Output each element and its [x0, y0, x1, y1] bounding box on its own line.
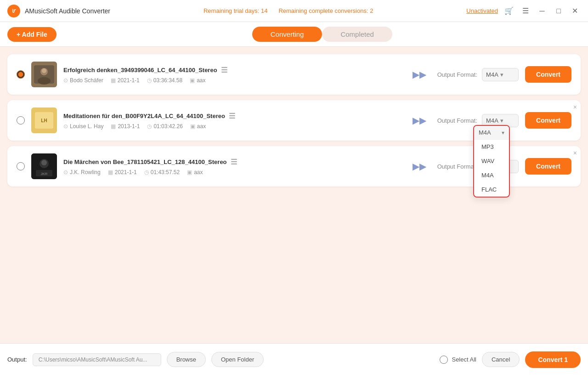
file-icon-3: ▣: [187, 169, 192, 175]
format-dropdown-overlay: M4A ▾ MP3 WAV M4A FLAC: [473, 125, 510, 198]
maximize-button[interactable]: □: [553, 6, 564, 17]
clock-icon-2: ◷: [147, 123, 152, 130]
file-icon-1: ▣: [190, 77, 195, 84]
list-icon-3: ☰: [231, 158, 237, 166]
unactivated-link[interactable]: Unactivated: [466, 7, 498, 14]
file-icon-2: ▣: [190, 123, 195, 130]
duration-meta-3: ◷ 01:43:57.52: [144, 169, 180, 175]
select-all-label: Select All: [452, 356, 476, 363]
close-card-3[interactable]: ×: [573, 150, 577, 156]
clock-icon-1: ◷: [147, 77, 152, 84]
list-icon-1: ☰: [221, 66, 227, 74]
svg-text:JKR: JKR: [40, 172, 47, 176]
trial-conversions: Remaining complete conversions: 2: [278, 7, 373, 14]
svg-point-11: [41, 160, 47, 165]
file-name-2: Meditationen für den_B00F9Y2L4A_LC_64_44…: [63, 112, 401, 120]
author-meta-3: ⊙ J.K. Rowling: [63, 169, 101, 175]
format-meta-1: ▣ aax: [190, 77, 205, 84]
open-folder-button[interactable]: Open Folder: [211, 352, 264, 367]
dropdown-header: M4A ▾: [474, 126, 509, 140]
format-meta-2: ▣ aax: [190, 123, 206, 130]
author-icon-3: ⊙: [63, 169, 68, 175]
minimize-button[interactable]: ─: [537, 6, 548, 17]
duration-meta-2: ◷ 01:03:42.26: [147, 123, 182, 130]
file-thumbnail-3: JKR: [31, 153, 57, 179]
file-name-1: Erfolgreich denken_3949399046_LC_64_4410…: [63, 66, 401, 74]
titlebar: AMusicSoft Audible Converter Remaining t…: [0, 0, 588, 22]
file-info-2: Meditationen für den_B00F9Y2L4A_LC_64_44…: [63, 112, 401, 130]
tab-completed[interactable]: Completed: [322, 27, 392, 42]
clock-icon-3: ◷: [144, 169, 149, 175]
file-meta-3: ⊙ J.K. Rowling ▦ 2021-1-1 ◷ 01:43:57.52 …: [63, 169, 401, 175]
calendar-icon-3: ▦: [108, 169, 113, 175]
output-path-label: Output:: [7, 356, 27, 363]
output-label-2: Output Format:: [437, 117, 477, 124]
cart-button[interactable]: 🛒: [503, 6, 514, 17]
app-title: AMusicSoft Audible Converter: [25, 7, 110, 15]
tab-group: Converting Completed: [252, 27, 392, 42]
add-file-button[interactable]: + Add File: [7, 27, 57, 42]
calendar-icon-2: ▦: [111, 123, 116, 130]
author-meta-2: ⊙ Louise L. Hay: [63, 123, 103, 130]
titlebar-right: Unactivated 🛒 ☰ ─ □ ✕: [466, 6, 581, 17]
dropdown-chevron-icon: ▾: [502, 130, 504, 136]
list-icon-2: ☰: [229, 112, 235, 120]
format-meta-3: ▣ aax: [187, 169, 203, 175]
close-button[interactable]: ✕: [570, 6, 581, 17]
arrow-icon-1: ▶▶: [413, 69, 426, 80]
file-info-3: Die Märchen von Bee_1781105421_LC_128_44…: [63, 158, 401, 175]
convert-all-button[interactable]: Convert 1: [525, 351, 581, 368]
svg-point-5: [42, 68, 46, 73]
svg-text:LH: LH: [41, 118, 47, 123]
file-thumbnail-2: LH: [31, 107, 57, 133]
svg-point-4: [38, 77, 51, 85]
file-radio-2[interactable]: [17, 116, 25, 124]
file-radio-3[interactable]: [17, 162, 25, 170]
date-meta-2: ▦ 2013-1-1: [111, 123, 140, 130]
arrow-icon-3: ▶▶: [413, 161, 426, 172]
dropdown-option-flac[interactable]: FLAC: [474, 182, 509, 197]
browse-button[interactable]: Browse: [167, 352, 206, 367]
select-all-radio[interactable]: [440, 356, 448, 364]
cancel-button[interactable]: Cancel: [482, 352, 520, 367]
file-info-1: Erfolgreich denken_3949399046_LC_64_4410…: [63, 66, 401, 84]
output-label-1: Output Format:: [437, 71, 477, 78]
bottom-bar: Output: C:\Users\micso\AMusicSoft\AMusic…: [0, 343, 588, 375]
date-meta-1: ▦ 2021-1-1: [111, 77, 140, 84]
titlebar-center: Remaining trial days: 14 Remaining compl…: [204, 7, 373, 14]
toolbar: + Add File Converting Completed: [0, 22, 588, 47]
format-area-1: Output Format: M4A ▾: [437, 68, 519, 81]
dropdown-current-value: M4A: [479, 129, 491, 136]
app-logo: [7, 5, 20, 17]
calendar-icon-1: ▦: [111, 77, 116, 84]
convert-button-2[interactable]: Convert: [525, 112, 571, 129]
file-meta-2: ⊙ Louise L. Hay ▦ 2013-1-1 ◷ 01:03:42.26…: [63, 123, 401, 130]
file-radio-1[interactable]: [17, 70, 25, 79]
output-path-value: C:\Users\micso\AMusicSoft\AMusicSoft Au.…: [33, 353, 161, 366]
dropdown-option-mp3[interactable]: MP3: [474, 140, 509, 154]
date-meta-3: ▦ 2021-1-1: [108, 169, 137, 175]
file-meta-1: ⊙ Bodo Schäfer ▦ 2021-1-1 ◷ 03:36:34.58 …: [63, 77, 401, 84]
titlebar-left: AMusicSoft Audible Converter: [7, 5, 110, 17]
chevron-down-icon-2: ▾: [500, 117, 503, 124]
author-icon-2: ⊙: [63, 123, 68, 130]
format-dropdown-btn-1[interactable]: M4A ▾: [482, 68, 519, 81]
duration-meta-1: ◷ 03:36:34.58: [147, 77, 182, 84]
author-meta-1: ⊙ Bodo Schäfer: [63, 77, 103, 84]
file-card: Erfolgreich denken_3949399046_LC_64_4410…: [7, 54, 581, 95]
dropdown-option-m4a[interactable]: M4A: [474, 168, 509, 182]
output-label-3: Output Format:: [437, 163, 477, 170]
author-icon-1: ⊙: [63, 77, 68, 84]
close-card-2[interactable]: ×: [573, 104, 577, 110]
convert-button-3[interactable]: Convert: [525, 158, 571, 175]
trial-days: Remaining trial days: 14: [204, 7, 267, 14]
tab-converting[interactable]: Converting: [252, 27, 322, 42]
file-name-3: Die Märchen von Bee_1781105421_LC_128_44…: [63, 158, 401, 166]
dropdown-option-wav[interactable]: WAV: [474, 154, 509, 168]
select-all-wrapper: Select All: [440, 356, 476, 364]
content-area: Erfolgreich denken_3949399046_LC_64_4410…: [0, 47, 588, 343]
file-thumbnail-1: [31, 62, 57, 87]
convert-button-1[interactable]: Convert: [525, 66, 571, 83]
menu-button[interactable]: ☰: [520, 6, 531, 17]
arrow-icon-2: ▶▶: [413, 115, 426, 126]
